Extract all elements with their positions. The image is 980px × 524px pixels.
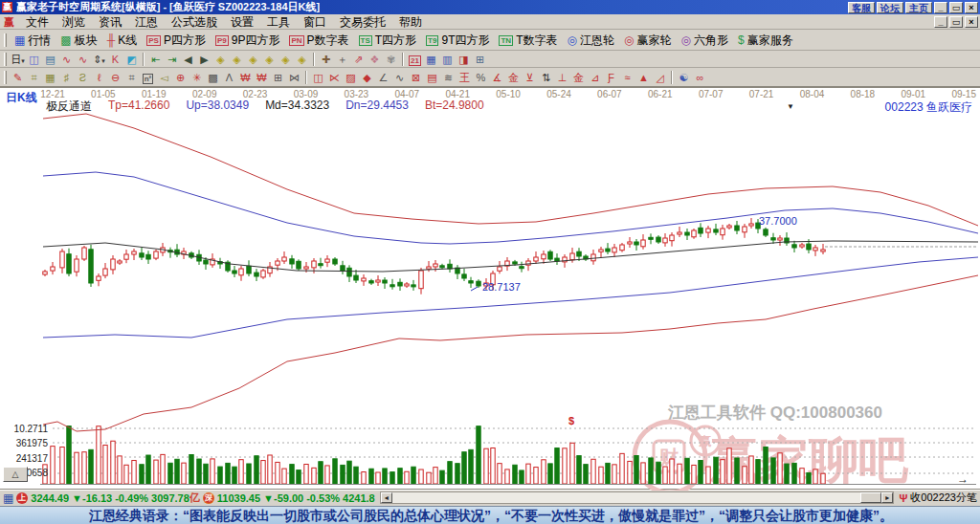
draw-tool-icon-20[interactable]: ⋉ — [326, 70, 343, 85]
scroll-right-button[interactable]: ▸ — [881, 492, 893, 503]
toolbar-button-江恩轮[interactable]: ◎江恩轮 — [562, 32, 618, 49]
nav-tool-icon-2[interactable]: ▤ — [42, 52, 58, 67]
toolbar-button-9P四方形[interactable]: P99P四方形 — [211, 32, 284, 49]
nav-tool-icon-12[interactable]: ▶ — [196, 52, 212, 67]
draw-tool-icon-2[interactable]: ▦ — [42, 70, 58, 85]
draw-tool-icon-12[interactable]: ▩ — [205, 70, 221, 85]
draw-tool-icon-37[interactable]: Ƒ — [603, 70, 619, 85]
nav-tool-icon-13[interactable]: ◈ — [212, 52, 229, 67]
doc-close-button[interactable]: × — [965, 16, 978, 28]
draw-tool-icon-9[interactable]: ◅ — [156, 70, 172, 85]
toolbar-button-六角形[interactable]: ◎六角形 — [676, 32, 732, 49]
draw-tool-icon-17[interactable]: ⋈ — [286, 70, 302, 85]
doc-minimize-button[interactable]: _ — [934, 16, 947, 28]
restore-button[interactable]: ▭ — [949, 2, 963, 13]
nav-tool-icon-24[interactable]: ✾ — [383, 52, 399, 67]
toolbar-button-赢家轮[interactable]: ◎赢家轮 — [619, 32, 676, 49]
nav-tool-icon-6[interactable]: K — [107, 52, 123, 67]
nav-tool-icon-16[interactable]: ◈ — [261, 52, 278, 67]
draw-tool-icon-4[interactable]: Ƨ — [75, 70, 91, 85]
draw-tool-icon-1[interactable]: ⌗ — [26, 70, 42, 85]
draw-tool-icon-43[interactable]: ∞ — [692, 70, 708, 85]
nav-tool-icon-18[interactable]: ◈ — [294, 52, 310, 67]
draw-tool-icon-32[interactable]: ⊻ — [522, 70, 538, 85]
draw-tool-icon-42[interactable]: ☯ — [676, 70, 692, 85]
draw-tool-icon-25[interactable]: ⊠ — [408, 70, 424, 85]
toolbar-button-行情[interactable]: ▦行情 — [10, 32, 56, 49]
draw-tool-icon-7[interactable]: ⌗ — [123, 70, 140, 85]
nav-tool-icon-20[interactable]: ✚ — [318, 52, 334, 67]
draw-tool-icon-13[interactable]: Λ — [221, 70, 237, 85]
nav-tool-icon-22[interactable]: ⇗ — [350, 52, 367, 67]
draw-tool-icon-28[interactable]: 王 — [457, 70, 473, 85]
nav-tool-icon-4[interactable]: ∿ — [75, 52, 91, 67]
draw-tool-icon-23[interactable]: ∠ — [375, 70, 391, 85]
expand-pane-button[interactable]: △ — [3, 467, 28, 482]
scrollbar-thumb[interactable] — [860, 492, 881, 503]
draw-tool-icon-27[interactable]: ≋ — [440, 70, 457, 85]
toolbar-button-T四方形[interactable]: TST四方形 — [354, 32, 422, 49]
draw-tool-icon-40[interactable]: ◿ — [652, 70, 668, 85]
menu-item-帮助[interactable]: 帮助 — [392, 14, 429, 31]
draw-tool-icon-24[interactable]: ∿ — [391, 70, 408, 85]
draw-tool-icon-30[interactable]: ∡ — [489, 70, 505, 85]
draw-tool-icon-29[interactable]: % — [473, 70, 489, 85]
menu-item-设置[interactable]: 设置 — [224, 14, 260, 31]
draw-tool-icon-21[interactable]: ▨ — [343, 70, 359, 85]
draw-tool-icon-3[interactable]: ♯ — [58, 70, 75, 85]
toolbar-button-P数字表[interactable]: PNP数字表 — [284, 32, 353, 49]
draw-tool-icon-31[interactable]: 金 — [505, 70, 522, 85]
menu-item-窗口[interactable]: 窗口 — [297, 14, 333, 31]
horizontal-scrollbar[interactable]: ◂ ▸ — [380, 491, 895, 504]
draw-tool-icon-39[interactable]: ▲ — [635, 70, 652, 85]
nav-tool-icon-10[interactable]: ⇥ — [164, 52, 180, 67]
doc-restore-button[interactable]: ▭ — [949, 16, 963, 28]
close-button[interactable]: × — [965, 2, 978, 13]
draw-tool-icon-6[interactable]: ⊖ — [107, 70, 123, 85]
draw-tool-icon-38[interactable]: ≈ — [619, 70, 635, 85]
draw-tool-icon-16[interactable]: ⊞ — [270, 70, 286, 85]
nav-tool-icon-23[interactable]: ❖ — [367, 52, 383, 67]
toolbar-button-P四方形[interactable]: PSP四方形 — [142, 32, 211, 49]
draw-tool-icon-0[interactable]: ✎ — [10, 70, 26, 85]
nav-tool-icon-0[interactable]: 日▾ — [10, 52, 26, 67]
nav-tool-icon-30[interactable]: ⊞ — [472, 52, 488, 67]
toolbar-button-赢家服务[interactable]: $赢家服务 — [733, 32, 798, 49]
minimize-button[interactable]: _ — [934, 2, 947, 13]
nav-tool-icon-7[interactable]: ◩ — [123, 52, 140, 67]
nav-tool-icon-27[interactable]: ▦ — [423, 52, 439, 67]
draw-tool-icon-26[interactable]: ▤ — [424, 70, 440, 85]
toolbar-button-板块[interactable]: ▩板块 — [56, 32, 101, 49]
draw-tool-icon-10[interactable]: ⊕ — [172, 70, 189, 85]
nav-tool-icon-26[interactable]: 21 — [407, 52, 423, 67]
nav-tool-icon-29[interactable]: ◨ — [456, 52, 472, 67]
menu-item-公式选股[interactable]: 公式选股 — [165, 14, 224, 31]
toolbar-button-9T四方形[interactable]: T99T四方形 — [421, 32, 494, 49]
quote-grid-icon[interactable]: ▦ — [3, 491, 13, 505]
nav-tool-icon-21[interactable]: ＋ — [334, 52, 350, 67]
nav-tool-icon-28[interactable]: ▥ — [439, 52, 456, 67]
toolbar-button-K线[interactable]: ╫K线 — [102, 32, 143, 49]
draw-tool-icon-36[interactable]: ⊿ — [587, 70, 603, 85]
nav-tool-icon-17[interactable]: ◈ — [278, 52, 294, 67]
menu-item-浏览[interactable]: 浏览 — [56, 14, 92, 31]
draw-tool-icon-15[interactable]: ₩ — [254, 70, 270, 85]
draw-tool-icon-35[interactable]: 金 — [570, 70, 587, 85]
draw-tool-icon-22[interactable]: ◆ — [359, 70, 375, 85]
nav-tool-icon-5[interactable]: ⇕▾ — [91, 52, 107, 67]
draw-tool-icon-33[interactable]: ⇅ — [538, 70, 554, 85]
nav-tool-icon-1[interactable]: ◫ — [26, 52, 42, 67]
draw-tool-icon-19[interactable]: ◫ — [310, 70, 326, 85]
titlebar-link-主页[interactable]: 主页 — [905, 2, 932, 13]
titlebar-link-客服[interactable]: 客服 — [848, 2, 875, 13]
nav-tool-icon-15[interactable]: ◈ — [245, 52, 261, 67]
menu-item-资讯[interactable]: 资讯 — [92, 14, 128, 31]
scroll-left-button[interactable]: ◂ — [381, 492, 392, 503]
nav-tool-icon-11[interactable]: ◀ — [180, 52, 196, 67]
toolbar-button-T数字表[interactable]: TNT数字表 — [494, 32, 562, 49]
draw-tool-icon-34[interactable]: ⊥ — [554, 70, 570, 85]
nav-tool-icon-9[interactable]: ⇤ — [147, 52, 164, 67]
tick-data-label[interactable]: 收002223分笔 — [910, 491, 977, 505]
menu-item-江恩[interactable]: 江恩 — [128, 14, 165, 31]
menu-item-交易委托[interactable]: 交易委托 — [333, 14, 392, 31]
